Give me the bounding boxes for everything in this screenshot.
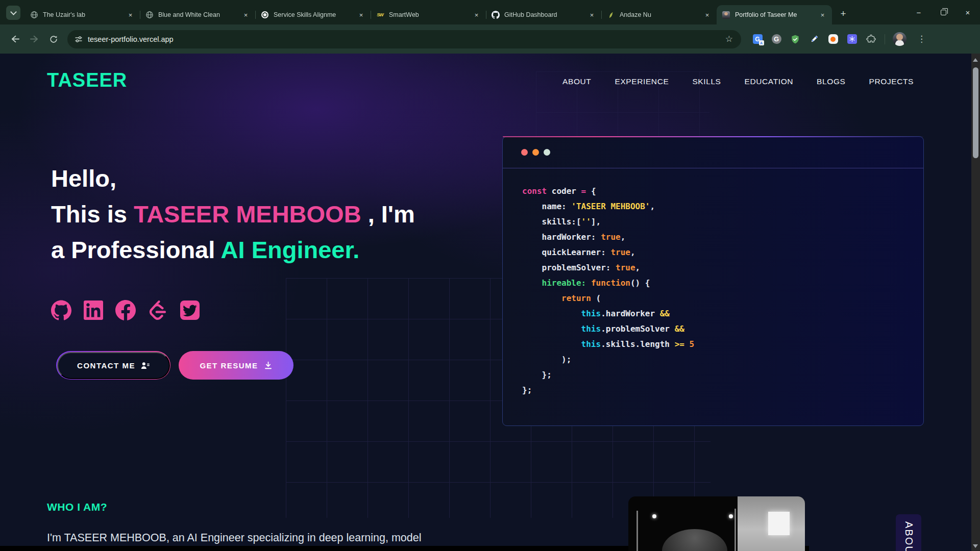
traffic-light-red-icon [521,149,528,156]
shield-extension-icon[interactable] [789,33,801,45]
code-line: return ( [522,291,913,306]
extensions-puzzle-icon[interactable] [865,33,877,45]
traffic-light-orange-icon [532,149,539,156]
hero-section: Hello, This is TASEER MEHBOOB , I'm a Pr… [51,161,475,268]
code-line: this.skills.length >= 5 [522,337,913,352]
tab-title: Blue and White Clean [158,11,239,18]
scrollbar-down-arrow[interactable] [973,544,978,548]
orange-dot-extension-icon[interactable] [827,33,839,45]
scrollbar-thumb[interactable] [973,67,978,158]
browser-tab[interactable]: Portfolio of Taseer Me× [717,5,832,24]
github-icon[interactable] [51,300,71,320]
tab-close-button[interactable]: × [126,11,135,19]
linkedin-icon[interactable] [83,300,104,320]
browser-tab[interactable]: Service Skills Alignme× [255,5,371,24]
contact-me-button[interactable]: CONTACT ME [57,352,170,379]
browser-tab[interactable]: Andaze Nu× [601,5,717,24]
tab-close-button[interactable]: × [357,11,365,19]
photo-light-dot [652,514,656,518]
restore-icon [941,10,946,15]
profile-avatar[interactable] [893,32,906,46]
photo-frame-line [734,509,736,551]
pen-extension-icon[interactable] [808,33,820,45]
scrollbar-up-arrow[interactable] [973,58,978,62]
url-text[interactable]: teseer-portfolio.vercel.app [88,35,725,43]
window-close-button[interactable]: × [955,0,980,24]
translate-extension-icon[interactable]: G [751,33,764,45]
tab-close-button[interactable]: × [703,11,712,19]
browser-tab-bar: The Uzair's lab×Blue and White Clean×Ser… [0,0,980,24]
hero-buttons: CONTACT ME GET RESUME [56,351,293,380]
window-controls: − × [906,0,980,24]
twitter-icon[interactable] [180,300,200,320]
leetcode-icon[interactable] [148,300,168,320]
page-scrollbar[interactable] [971,54,980,551]
hero-role: AI Engineer [221,236,353,263]
browser-tab[interactable]: The Uzair's lab× [24,5,140,24]
browser-menu-button[interactable]: ⋮ [913,34,929,44]
code-line: }; [522,367,913,383]
browser-tab[interactable]: GitHub Dashboard× [486,5,601,24]
nav-link-experience[interactable]: EXPERIENCE [615,77,669,86]
tab-title: SmartWeb [389,11,470,18]
download-icon [264,361,273,370]
tab-title: Andaze Nu [620,11,701,18]
code-line: this.hardWorker && [522,306,913,321]
code-line: name: 'TASEER MEHBOOB', [522,199,913,214]
bookmark-star-icon[interactable]: ☆ [725,34,734,44]
get-resume-button[interactable]: GET RESUME [179,351,293,380]
tab-search-button[interactable] [6,6,20,20]
code-window-header [503,137,923,168]
tab-title: Portfolio of Taseer Me [735,11,816,18]
facebook-icon[interactable] [115,300,136,320]
code-line: problemSolver: true, [522,260,913,276]
about-section-heading: WHO I AM? [47,501,107,513]
traffic-light-gray-icon [544,149,550,156]
nav-link-projects[interactable]: PROJECTS [869,77,914,86]
code-line: this.problemSolver && [522,321,913,337]
tab-close-button[interactable]: × [241,11,250,19]
nav-link-about[interactable]: ABOUT [562,77,591,86]
tab-title: Service Skills Alignme [274,11,355,18]
nav-link-blogs[interactable]: BLOGS [817,77,845,86]
openai-favicon [260,11,269,19]
hero-name: TASEER MEHBOOB [134,201,361,228]
profile-photo [628,496,805,551]
reload-button[interactable] [45,31,62,48]
window-minimize-button[interactable]: − [906,0,931,24]
photo-light-dot [729,514,733,518]
nav-link-education[interactable]: EDUCATION [745,77,794,86]
site-logo[interactable]: TASEER [47,69,127,91]
nav-link-skills[interactable]: SKILLS [692,77,721,86]
code-line: }; [522,383,913,398]
page-viewport: TASEER ABOUTEXPERIENCESKILLSEDUCATIONBLO… [0,54,980,551]
back-button[interactable] [6,31,23,48]
code-line: ); [522,352,913,367]
tab-close-button[interactable]: × [472,11,481,19]
address-bar[interactable]: teseer-portfolio.vercel.app ☆ [67,30,741,48]
leaf-favicon [606,11,615,19]
browser-tab[interactable]: SWSmartWeb× [371,5,486,24]
code-line: skills:[''], [522,214,913,230]
contact-card-icon [141,361,150,370]
g-extension-icon[interactable]: G [770,33,782,45]
photo-favicon [722,11,730,19]
chevron-down-icon [10,9,17,15]
hero-heading: Hello, This is TASEER MEHBOOB , I'm a Pr… [51,161,475,268]
snowflake-extension-icon[interactable] [846,33,858,45]
new-tab-button[interactable]: + [836,7,850,21]
site-header: TASEER ABOUTEXPERIENCESKILLSEDUCATIONBLO… [0,54,980,105]
extensions-area: G G ⋮ [751,32,929,46]
code-line: hireable: function() { [522,276,913,291]
tab-close-button[interactable]: × [818,11,827,19]
window-restore-button[interactable] [931,0,955,24]
browser-tab[interactable]: Blue and White Clean× [140,5,255,24]
globe-favicon [30,11,38,19]
about-side-label: ABOUT [896,514,921,551]
forward-button[interactable] [26,31,43,48]
tab-strip: The Uzair's lab×Blue and White Clean×Ser… [24,4,832,24]
code-line: hardWorker: true, [522,230,913,245]
social-links [51,300,200,320]
site-info-icon[interactable] [75,35,83,43]
tab-close-button[interactable]: × [587,11,596,19]
